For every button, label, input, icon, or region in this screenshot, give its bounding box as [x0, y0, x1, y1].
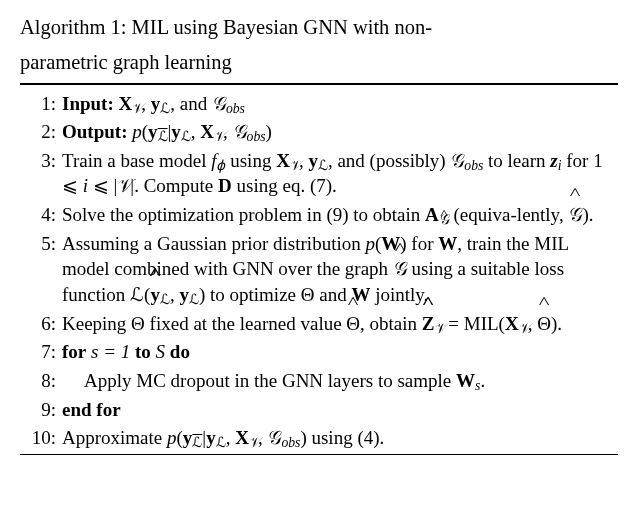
p: p — [365, 233, 375, 254]
sym-G: 𝒢 — [212, 93, 226, 114]
sym-V: 𝒱 — [435, 321, 444, 336]
p: p — [167, 427, 177, 448]
for-keyword: for — [62, 341, 86, 362]
step-number: 4: — [20, 202, 62, 228]
sym-V: 𝒱 — [519, 321, 528, 336]
L-bar: ℒ — [192, 436, 202, 451]
S: S — [156, 341, 166, 362]
sym-obs: obs — [281, 436, 300, 451]
sym-X: X — [276, 150, 290, 171]
sym-V: 𝒱 — [249, 436, 258, 451]
Theta-hat: Θ — [537, 311, 551, 337]
text: Assuming a Gaussian prior distribution — [62, 233, 365, 254]
step-content: Assuming a Gaussian prior distribution p… — [62, 231, 618, 308]
step-10: 10: Approximate p(yℒ|yℒ, X𝒱, 𝒢obs) using… — [20, 425, 618, 451]
sym-G: 𝒢 — [450, 150, 464, 171]
step-2: 2: Output: p(yℒ|yℒ, X𝒱, 𝒢obs) — [20, 119, 618, 145]
text: to optimize Θ and — [205, 284, 351, 305]
text: (equiva-lently, — [449, 204, 569, 225]
algorithm-label: Algorithm 1: — [20, 16, 126, 38]
step-number: 2: — [20, 119, 62, 145]
step-content: Solve the optimization problem in (9) to… — [62, 202, 618, 228]
y-hat: y — [150, 282, 160, 308]
sym-X: X — [119, 93, 133, 114]
step-content: for s = 1 to S do — [62, 339, 618, 365]
algorithm-title-line2: parametric graph learning — [20, 49, 618, 77]
step-number: 9: — [20, 397, 62, 423]
sym-L: ℒ — [216, 436, 226, 451]
text: , obtain — [360, 313, 422, 334]
text: using eq. (7). — [232, 175, 337, 196]
comma: , — [170, 93, 180, 114]
sym-obs: obs — [247, 130, 266, 145]
step-number: 1: — [20, 91, 62, 117]
step-5: 5: Assuming a Gaussian prior distributio… — [20, 231, 618, 308]
sym-y: y — [179, 284, 189, 305]
sym-y: y — [151, 93, 161, 114]
text: Apply MC dropout in the GNN layers to sa… — [84, 370, 456, 391]
text: Keeping Θ fixed at the learned value — [62, 313, 346, 334]
rule-bottom — [20, 454, 618, 455]
loop-start: s = 1 — [91, 341, 130, 362]
step-content: Train a base model fϕ using X𝒱, yℒ, and … — [62, 148, 618, 199]
sym-L: ℒ — [160, 292, 170, 307]
loss-L: ℒ — [130, 284, 144, 305]
sym-obs: obs — [226, 101, 245, 116]
sym-y: y — [206, 427, 216, 448]
text: Approximate — [62, 427, 167, 448]
Z-hat: Z — [422, 311, 435, 337]
MIL: MIL — [464, 313, 499, 334]
step-number: 7: — [20, 339, 62, 365]
D: D — [218, 175, 232, 196]
text: Train a base model — [62, 150, 211, 171]
sym-L: ℒ — [318, 158, 328, 173]
text: jointly. — [370, 284, 428, 305]
step-content: end for — [62, 397, 618, 423]
step-content: Apply MC dropout in the GNN layers to sa… — [62, 368, 618, 394]
sym-y: y — [183, 427, 193, 448]
step-number: 8: — [20, 368, 62, 394]
text: using — [225, 150, 276, 171]
do-keyword: do — [170, 341, 190, 362]
poss: (possibly) — [370, 150, 446, 171]
input-keyword: Input: — [62, 93, 114, 114]
sym-L: ℒ — [189, 292, 199, 307]
step-number: 3: — [20, 148, 62, 174]
step-content: Input: X𝒱, yℒ, and 𝒢obs — [62, 91, 618, 117]
step-4: 4: Solve the optimization problem in (9)… — [20, 202, 618, 228]
sym-obs: obs — [464, 158, 483, 173]
step-8: 8: Apply MC dropout in the GNN layers to… — [20, 368, 618, 394]
z: z — [550, 150, 557, 171]
comma: , — [141, 93, 151, 114]
sym-y: y — [171, 121, 181, 142]
period: . — [480, 370, 485, 391]
W: W — [456, 370, 475, 391]
sym-V: 𝒱 — [290, 158, 299, 173]
algorithm-title-line1: MIL using Bayesian GNN with non- — [132, 16, 432, 38]
rparen: ). — [551, 313, 562, 334]
L-bar: ℒ — [158, 130, 168, 145]
step-number: 5: — [20, 231, 62, 257]
sym-y: y — [148, 121, 158, 142]
and: and — [180, 93, 207, 114]
G-hat: 𝒢 — [568, 202, 582, 228]
p: p — [132, 121, 142, 142]
step-number: 10: — [20, 425, 62, 451]
sym-X: X — [505, 313, 519, 334]
Theta-hat: Θ — [346, 311, 360, 337]
text: ⩽ |𝒱|. Compute — [88, 175, 218, 196]
sym-V: 𝒱 — [132, 101, 141, 116]
sym-L: ℒ — [160, 101, 170, 116]
W: W — [438, 233, 457, 254]
text: ). — [582, 204, 593, 225]
sym-G: 𝒢 — [233, 121, 247, 142]
G-hat: 𝒢 — [393, 256, 407, 282]
sym-y: y — [308, 150, 318, 171]
step-content: Output: p(yℒ|yℒ, X𝒱, 𝒢obs) — [62, 119, 618, 145]
text: to learn — [483, 150, 550, 171]
rule-top — [20, 83, 618, 85]
and: and — [337, 150, 364, 171]
endfor-keyword: end for — [62, 399, 121, 420]
algorithm-title: Algorithm 1: MIL using Bayesian GNN with… — [20, 14, 618, 77]
step-6: 6: Keeping Θ fixed at the learned value … — [20, 311, 618, 337]
